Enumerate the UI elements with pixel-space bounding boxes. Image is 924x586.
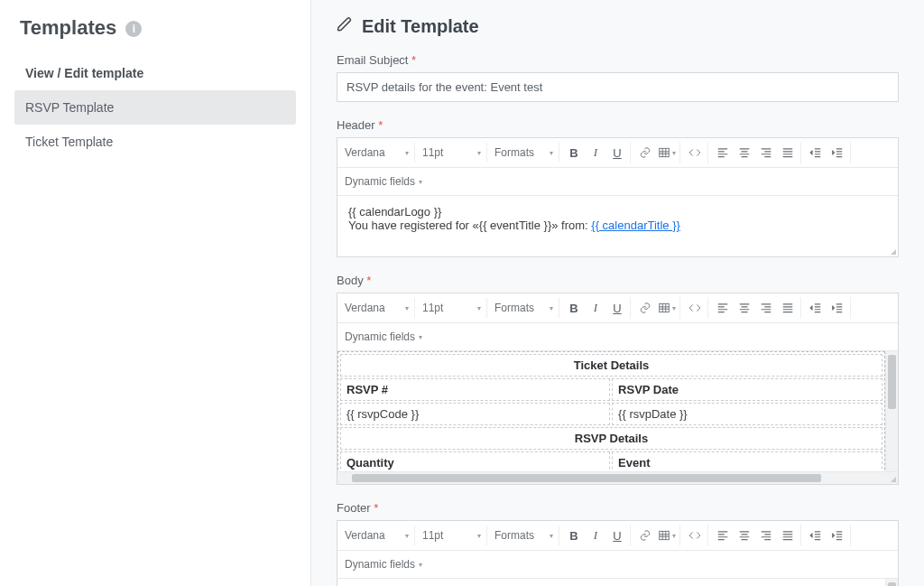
align-center-button[interactable] — [734, 525, 755, 546]
underline-button[interactable]: U — [606, 297, 628, 319]
align-center-button[interactable] — [734, 142, 755, 163]
header-line2: You have registered for «{{ eventTitle }… — [348, 219, 887, 232]
subject-input[interactable] — [337, 72, 899, 102]
bold-button[interactable]: B — [563, 142, 585, 163]
chevron-down-icon: ▾ — [672, 304, 676, 312]
link-button[interactable] — [634, 525, 656, 546]
sidebar-item-view-edit[interactable]: View / Edit template — [14, 56, 296, 90]
val-rsvp-code: {{ rsvpCode }} — [340, 403, 610, 425]
sidebar-title-text: Templates — [20, 16, 116, 39]
vertical-scrollbar[interactable] — [885, 351, 898, 471]
size-select[interactable]: 11pt▾ — [417, 526, 487, 545]
chevron-down-icon: ▾ — [405, 304, 409, 312]
resize-handle[interactable] — [887, 473, 896, 482]
table-button[interactable]: ▾ — [656, 297, 678, 319]
link-button[interactable] — [634, 297, 656, 319]
outdent-button[interactable] — [805, 525, 827, 546]
section-head-ticket: Ticket Details — [340, 354, 882, 377]
font-select[interactable]: Verdana▾ — [339, 143, 415, 163]
size-select[interactable]: 11pt▾ — [417, 143, 487, 163]
footer-toolbar-row2: Dynamic fields▾ — [337, 551, 898, 578]
header-toolbar-row1: Verdana▾ 11pt▾ Formats▾ B I U ▾ — [337, 138, 898, 168]
footer-editor: Verdana▾ 11pt▾ Formats▾ B I U ▾ — [337, 520, 899, 586]
align-justify-button[interactable] — [777, 142, 799, 163]
sidebar-item-label: View / Edit template — [25, 66, 143, 80]
font-select[interactable]: Verdana▾ — [339, 526, 415, 545]
sidebar: Templates i View / Edit template RSVP Te… — [0, 0, 311, 586]
align-right-button[interactable] — [755, 142, 777, 163]
dynamic-fields-select[interactable]: Dynamic fields▾ — [339, 554, 428, 574]
body-editor-body[interactable]: Ticket Details RSVP # RSVP Date {{ rsvpC… — [337, 351, 898, 471]
header-editor-body[interactable]: {{ calendarLogo }} You have registered f… — [337, 195, 898, 256]
indent-button[interactable] — [827, 142, 848, 163]
header-label: Header * — [337, 118, 899, 132]
calendar-title-link[interactable]: {{ calendarTitle }} — [591, 219, 680, 232]
indent-button[interactable] — [827, 525, 848, 546]
table-button[interactable]: ▾ — [656, 142, 678, 163]
code-button[interactable] — [684, 525, 706, 546]
sidebar-title: Templates i — [14, 16, 296, 40]
ticket-details-table: Ticket Details RSVP # RSVP Date {{ rsvpC… — [337, 351, 885, 471]
header-toolbar-row2: Dynamic fields▾ — [337, 168, 898, 195]
align-center-button[interactable] — [734, 297, 755, 319]
chevron-down-icon: ▾ — [477, 304, 481, 312]
body-editor: Verdana▾ 11pt▾ Formats▾ B I U ▾ — [337, 293, 899, 485]
italic-button[interactable]: I — [585, 142, 606, 163]
align-left-button[interactable] — [712, 525, 734, 546]
page-title: Edit Template — [337, 16, 899, 37]
formats-select[interactable]: Formats▾ — [489, 298, 559, 318]
header-line1: {{ calendarLogo }} — [348, 205, 887, 219]
footer-label: Footer * — [337, 501, 899, 515]
col-quantity: Quantity — [340, 451, 610, 471]
align-justify-button[interactable] — [777, 525, 799, 546]
align-left-button[interactable] — [712, 297, 734, 319]
align-left-button[interactable] — [712, 142, 734, 163]
code-button[interactable] — [684, 142, 706, 163]
indent-button[interactable] — [827, 297, 848, 319]
col-rsvp-number: RSVP # — [340, 378, 610, 401]
dynamic-fields-select[interactable]: Dynamic fields▾ — [339, 172, 428, 191]
sidebar-item-rsvp-template[interactable]: RSVP Template — [14, 90, 296, 125]
dynamic-fields-select[interactable]: Dynamic fields▾ — [339, 327, 428, 347]
bold-button[interactable]: B — [563, 297, 585, 319]
bold-button[interactable]: B — [563, 525, 585, 546]
align-right-button[interactable] — [755, 525, 777, 546]
underline-button[interactable]: U — [606, 142, 628, 163]
italic-button[interactable]: I — [585, 297, 606, 319]
link-button[interactable] — [634, 142, 656, 163]
info-icon[interactable]: i — [125, 21, 142, 37]
sidebar-item-ticket-template[interactable]: Ticket Template — [14, 125, 296, 159]
underline-button[interactable]: U — [606, 525, 628, 546]
size-select[interactable]: 11pt▾ — [417, 298, 487, 318]
italic-button[interactable]: I — [585, 525, 606, 546]
code-button[interactable] — [684, 297, 706, 319]
horizontal-scrollbar[interactable] — [337, 471, 898, 484]
resize-handle[interactable] — [887, 246, 896, 255]
chevron-down-icon: ▾ — [550, 149, 553, 157]
chevron-down-icon: ▾ — [405, 149, 409, 157]
chevron-down-icon: ▾ — [672, 149, 676, 157]
col-event: Event — [612, 451, 882, 471]
chevron-down-icon: ▾ — [550, 532, 553, 540]
chevron-down-icon: ▾ — [550, 304, 553, 312]
formats-select[interactable]: Formats▾ — [489, 526, 559, 545]
outdent-button[interactable] — [805, 142, 827, 163]
table-button[interactable]: ▾ — [656, 525, 678, 546]
chevron-down-icon: ▾ — [672, 532, 676, 540]
svg-rect-0 — [660, 148, 670, 156]
chevron-down-icon: ▾ — [477, 149, 481, 157]
chevron-down-icon: ▾ — [419, 178, 422, 186]
chevron-down-icon: ▾ — [405, 532, 409, 540]
chevron-down-icon: ▾ — [477, 532, 481, 540]
font-select[interactable]: Verdana▾ — [339, 298, 415, 318]
body-toolbar-row2: Dynamic fields▾ — [337, 323, 898, 350]
align-right-button[interactable] — [755, 297, 777, 319]
chevron-down-icon: ▾ — [419, 561, 422, 569]
align-justify-button[interactable] — [777, 297, 799, 319]
footer-editor-body[interactable]: Your tickets can be found attached to th… — [337, 579, 885, 586]
vertical-scrollbar[interactable] — [885, 579, 898, 586]
formats-select[interactable]: Formats▾ — [489, 143, 559, 163]
sidebar-item-label: RSVP Template — [25, 100, 114, 115]
outdent-button[interactable] — [805, 297, 827, 319]
footer-toolbar-row1: Verdana▾ 11pt▾ Formats▾ B I U ▾ — [337, 521, 898, 551]
